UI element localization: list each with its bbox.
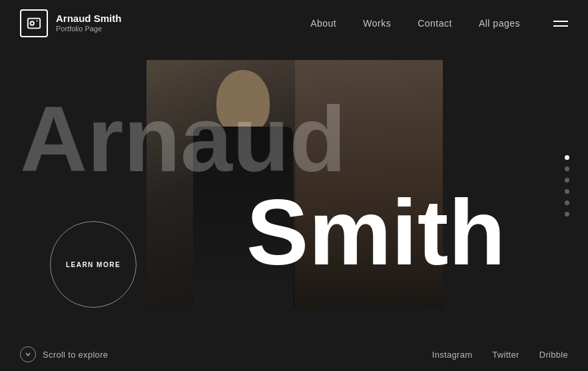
scroll-down-icon (20, 346, 36, 362)
twitter-link[interactable]: Twitter (492, 350, 519, 360)
logo-area[interactable]: Arnaud Smith Portfolio Page (20, 9, 121, 37)
logo-icon (20, 9, 48, 37)
hero-section: Arnaud Smith LEARN MORE (0, 0, 588, 371)
hamburger-menu[interactable] (553, 21, 568, 27)
logo-name: Arnaud Smith (56, 13, 121, 25)
nav-works[interactable]: Works (363, 18, 391, 29)
nav-contact[interactable]: Contact (418, 18, 452, 29)
logo-subtitle: Portfolio Page (56, 25, 121, 33)
dot-2[interactable] (565, 167, 569, 171)
nav-about[interactable]: About (310, 18, 336, 29)
dribbble-link[interactable]: Dribble (539, 350, 568, 360)
scroll-area: Scroll to explore (20, 346, 108, 362)
scroll-label: Scroll to explore (43, 350, 108, 360)
header: Arnaud Smith Portfolio Page About Works … (0, 0, 588, 47)
dot-1[interactable] (565, 155, 569, 160)
footer: Scroll to explore Instagram Twitter Drib… (0, 338, 588, 371)
dot-navigation (565, 155, 569, 216)
dot-5[interactable] (565, 200, 569, 205)
social-links: Instagram Twitter Dribble (432, 350, 568, 360)
nav: About Works Contact All pages (310, 18, 568, 29)
logo-text: Arnaud Smith Portfolio Page (56, 13, 121, 33)
nav-all-pages[interactable]: All pages (479, 18, 520, 29)
dot-6[interactable] (565, 212, 569, 216)
dot-3[interactable] (565, 178, 569, 183)
photo-overlay (147, 60, 443, 310)
hero-photo (147, 60, 443, 310)
instagram-link[interactable]: Instagram (432, 350, 473, 360)
dot-4[interactable] (565, 189, 569, 194)
learn-more-button[interactable]: LEARN MORE (50, 221, 137, 308)
svg-point-1 (31, 21, 35, 25)
